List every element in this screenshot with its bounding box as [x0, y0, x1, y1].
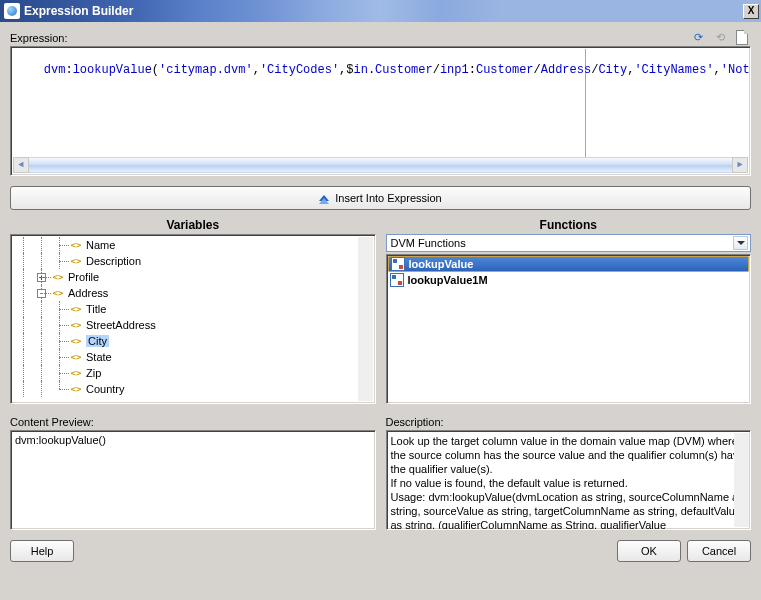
footer-right-buttons: OK Cancel [617, 540, 751, 562]
element-icon: <> [69, 303, 83, 315]
element-icon: <> [69, 255, 83, 267]
ok-button[interactable]: OK [617, 540, 681, 562]
tree-node-label: Address [68, 287, 108, 299]
content-preview-text: dvm:lookupValue() [15, 434, 106, 446]
caret-column-guide [585, 49, 586, 157]
tree-node-label: Profile [68, 271, 99, 283]
tree-node-label: Title [86, 303, 106, 315]
tree-node-label: Zip [86, 367, 101, 379]
content-preview-label: Content Preview: [10, 416, 376, 428]
variables-heading: Variables [10, 218, 376, 232]
expand-icon[interactable]: + [37, 273, 46, 282]
function-item-label: lookupValue [409, 258, 474, 270]
tree-node[interactable]: <>Title [11, 301, 375, 317]
function-item[interactable]: lookupValue [388, 256, 750, 272]
expression-label: Expression: [10, 32, 67, 44]
window-title: Expression Builder [24, 4, 743, 18]
tree-node[interactable]: +<>Profile [11, 269, 375, 285]
function-item[interactable]: lookupValue1M [388, 272, 750, 288]
middle-columns: Variables <>Name<>Description+<>Profile-… [10, 218, 751, 404]
variables-scrollbar[interactable] [358, 237, 373, 401]
chevron-up-icon [319, 195, 329, 201]
expression-header: Expression: ⟳ ⟲ [10, 28, 751, 46]
cancel-button[interactable]: Cancel [687, 540, 751, 562]
variables-column: Variables <>Name<>Description+<>Profile-… [10, 218, 376, 404]
preview-column: Content Preview: dvm:lookupValue() [10, 412, 376, 530]
insert-button-label: Insert Into Expression [335, 192, 441, 204]
tree-node-label: StreetAddress [86, 319, 156, 331]
function-item-label: lookupValue1M [408, 274, 488, 286]
element-icon: <> [51, 287, 65, 299]
element-icon: <> [69, 351, 83, 363]
functions-heading: Functions [386, 218, 752, 232]
element-icon: <> [51, 271, 65, 283]
tree-node[interactable]: <>Zip [11, 365, 375, 381]
tree-node[interactable]: <>State [11, 349, 375, 365]
functions-category-dropdown[interactable]: DVM Functions [386, 234, 752, 252]
tree-node-label: Name [86, 239, 115, 251]
chevron-down-icon [733, 236, 748, 250]
element-icon: <> [69, 319, 83, 331]
expression-textarea[interactable]: dvm:lookupValue('citymap.dvm','CityCodes… [10, 46, 751, 176]
function-icon [390, 273, 404, 287]
description-text: Look up the target column value in the d… [391, 435, 745, 530]
description-label: Description: [386, 416, 752, 428]
content-preview-box[interactable]: dvm:lookupValue() [10, 430, 376, 530]
new-doc-icon[interactable] [733, 28, 751, 46]
expression-toolbar: ⟳ ⟲ [689, 28, 751, 46]
titlebar: Expression Builder X [0, 0, 761, 22]
help-button[interactable]: Help [10, 540, 74, 562]
tree-node[interactable]: <>Description [11, 253, 375, 269]
tree-node[interactable]: <>StreetAddress [11, 317, 375, 333]
scroll-left-icon[interactable]: ◄ [13, 157, 29, 173]
variables-tree[interactable]: <>Name<>Description+<>Profile-<>Address<… [10, 234, 376, 404]
scroll-right-icon[interactable]: ► [732, 157, 748, 173]
element-icon: <> [69, 335, 83, 347]
description-box: Look up the target column value in the d… [386, 430, 752, 530]
close-button[interactable]: X [743, 4, 759, 19]
redo-icon[interactable]: ⟲ [711, 28, 729, 46]
app-icon [4, 3, 20, 19]
refresh-icon[interactable]: ⟳ [689, 28, 707, 46]
tree-node-label: City [86, 335, 109, 347]
functions-list[interactable]: lookupValuelookupValue1M [386, 254, 752, 404]
functions-column: Functions DVM Functions lookupValuelooku… [386, 218, 752, 404]
tree-node[interactable]: <>Name [11, 237, 375, 253]
element-icon: <> [69, 239, 83, 251]
description-column: Description: Look up the target column v… [386, 412, 752, 530]
expression-scrollbar[interactable]: ◄ ► [13, 157, 748, 173]
tree-node-label: State [86, 351, 112, 363]
tree-node[interactable]: <>Country [11, 381, 375, 397]
insert-row: Insert Into Expression [10, 186, 751, 210]
tree-node[interactable]: -<>Address [11, 285, 375, 301]
insert-into-expression-button[interactable]: Insert Into Expression [10, 186, 751, 210]
function-icon [391, 257, 405, 271]
tree-node-label: Country [86, 383, 125, 395]
scroll-track[interactable] [29, 157, 732, 173]
element-icon: <> [69, 383, 83, 395]
dialog-footer: Help OK Cancel [10, 540, 751, 562]
element-icon: <> [69, 367, 83, 379]
dropdown-selected-label: DVM Functions [391, 237, 466, 249]
description-scrollbar[interactable] [734, 433, 749, 527]
tree-node[interactable]: <>City [11, 333, 375, 349]
collapse-icon[interactable]: - [37, 289, 46, 298]
window-body: Expression: ⟳ ⟲ dvm:lookupValue('citymap… [0, 22, 761, 572]
bottom-row: Content Preview: dvm:lookupValue() Descr… [10, 412, 751, 530]
expression-text: dvm:lookupValue('citymap.dvm','CityCodes… [44, 63, 751, 77]
tree-node-label: Description [86, 255, 141, 267]
